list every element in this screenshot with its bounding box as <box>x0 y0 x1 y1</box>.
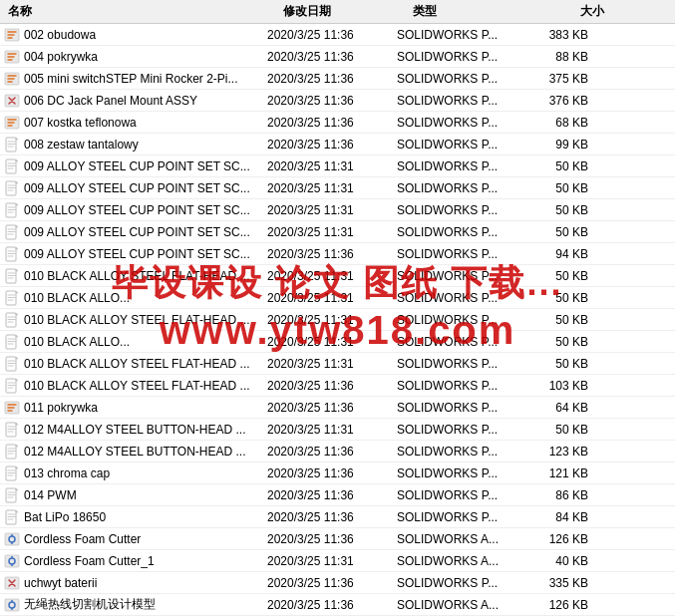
file-icon <box>4 378 20 394</box>
table-row[interactable]: 004 pokrywka 2020/3/25 11:36 SOLIDWORKS … <box>0 46 675 68</box>
file-name-cell: 013 chroma cap <box>4 465 267 481</box>
svg-rect-9 <box>6 225 16 239</box>
file-date: 2020/3/25 11:31 <box>267 313 397 327</box>
table-row[interactable]: 006 DC Jack Panel Mount ASSY 2020/3/25 1… <box>0 90 675 112</box>
table-row[interactable]: 无绳热线切割机设计模型 2020/3/25 11:36 SOLIDWORKS A… <box>0 594 675 616</box>
file-icon <box>4 268 20 284</box>
file-date: 2020/3/25 11:36 <box>267 466 397 480</box>
file-icon <box>4 356 20 372</box>
file-icon <box>4 158 20 174</box>
file-name-text: 012 M4ALLOY STEEL BUTTON-HEAD ... <box>24 445 246 459</box>
file-date: 2020/3/25 11:36 <box>267 138 397 152</box>
file-size: 121 KB <box>536 466 596 480</box>
file-name-text: 014 PWM <box>24 488 77 502</box>
table-row[interactable]: 014 PWM 2020/3/25 11:36 SOLIDWORKS P... … <box>0 484 675 506</box>
file-size: 50 KB <box>536 203 596 217</box>
table-row[interactable]: 013 chroma cap 2020/3/25 11:36 SOLIDWORK… <box>0 462 675 484</box>
file-type: SOLIDWORKS P... <box>397 313 536 327</box>
file-name-cell: 010 BLACK ALLOY STEEL FLAT-HEAD ... <box>4 356 267 372</box>
file-name-text: uchwyt baterii <box>24 576 97 590</box>
file-icon <box>4 71 20 87</box>
file-size: 50 KB <box>536 159 596 173</box>
file-size: 376 KB <box>536 94 596 108</box>
file-name-text: Cordless Foam Cutter <box>24 532 141 546</box>
file-name-text: 009 ALLOY STEEL CUP POINT SET SC... <box>24 159 250 173</box>
file-type: SOLIDWORKS P... <box>397 50 536 64</box>
file-type: SOLIDWORKS A... <box>397 532 536 546</box>
table-row[interactable]: uchwyt baterii 2020/3/25 11:36 SOLIDWORK… <box>0 572 675 594</box>
file-type: SOLIDWORKS P... <box>397 510 536 524</box>
svg-rect-11 <box>6 269 16 283</box>
col-header-date[interactable]: 修改日期 <box>283 3 413 20</box>
file-date: 2020/3/25 11:36 <box>267 510 397 524</box>
file-name-cell: 009 ALLOY STEEL CUP POINT SET SC... <box>4 246 267 262</box>
svg-rect-19 <box>6 445 16 459</box>
file-name-cell: 010 BLACK ALLOY STEEL FLAT-HEAD ... <box>4 378 267 394</box>
file-date: 2020/3/25 11:36 <box>267 72 397 86</box>
table-row[interactable]: 008 zestaw tantalowy 2020/3/25 11:36 SOL… <box>0 134 675 155</box>
file-name-cell: 002 obudowa <box>4 27 267 43</box>
table-row[interactable]: 009 ALLOY STEEL CUP POINT SET SC... 2020… <box>0 243 675 265</box>
table-row[interactable]: 002 obudowa 2020/3/25 11:36 SOLIDWORKS P… <box>0 24 675 46</box>
svg-rect-7 <box>6 181 16 195</box>
file-size: 123 KB <box>536 445 596 459</box>
file-name-cell: 014 PWM <box>4 487 267 503</box>
table-row[interactable]: 010 BLACK ALLOY STEEL FLAT-HEAD ... 2020… <box>0 265 675 287</box>
file-name-cell: 009 ALLOY STEEL CUP POINT SET SC... <box>4 224 267 240</box>
file-name-cell: 008 zestaw tantalowy <box>4 137 267 153</box>
file-size: 68 KB <box>536 116 596 130</box>
file-size: 126 KB <box>536 598 596 612</box>
table-row[interactable]: 009 ALLOY STEEL CUP POINT SET SC... 2020… <box>0 199 675 221</box>
file-date: 2020/3/25 11:31 <box>267 335 397 349</box>
file-name-text: 009 ALLOY STEEL CUP POINT SET SC... <box>24 247 250 261</box>
file-date: 2020/3/25 11:31 <box>267 423 397 437</box>
file-icon <box>4 465 20 481</box>
file-type: SOLIDWORKS P... <box>397 576 536 590</box>
file-date: 2020/3/25 11:36 <box>267 488 397 502</box>
svg-rect-16 <box>6 379 16 393</box>
file-size: 88 KB <box>536 50 596 64</box>
file-type: SOLIDWORKS P... <box>397 138 536 152</box>
svg-rect-22 <box>6 510 16 524</box>
table-row[interactable]: 009 ALLOY STEEL CUP POINT SET SC... 2020… <box>0 177 675 199</box>
table-row[interactable]: 010 BLACK ALLO... 2020/3/25 11:31 SOLIDW… <box>0 287 675 309</box>
file-type: SOLIDWORKS P... <box>397 445 536 459</box>
table-row[interactable]: 010 BLACK ALLOY STEEL FLAT-HEAD ... 2020… <box>0 375 675 397</box>
table-row[interactable]: 012 M4ALLOY STEEL BUTTON-HEAD ... 2020/3… <box>0 419 675 441</box>
file-icon <box>4 509 20 525</box>
file-icon <box>4 290 20 306</box>
file-size: 50 KB <box>536 269 596 283</box>
table-row[interactable]: 009 ALLOY STEEL CUP POINT SET SC... 2020… <box>0 155 675 177</box>
file-name-cell: uchwyt baterii <box>4 575 267 591</box>
table-row[interactable]: 011 pokrywka 2020/3/25 11:36 SOLIDWORKS … <box>0 397 675 419</box>
file-icon <box>4 312 20 328</box>
file-type: SOLIDWORKS P... <box>397 466 536 480</box>
file-name-text: 010 BLACK ALLOY STEEL FLAT-HEAD ... <box>24 313 250 327</box>
table-row[interactable]: 007 kostka teflonowa 2020/3/25 11:36 SOL… <box>0 112 675 134</box>
col-header-name[interactable]: 名称 <box>4 3 283 20</box>
table-row[interactable]: Cordless Foam Cutter_1 2020/3/25 11:31 S… <box>0 550 675 572</box>
table-row[interactable]: 010 BLACK ALLO... 2020/3/25 11:31 SOLIDW… <box>0 331 675 353</box>
table-row[interactable]: 010 BLACK ALLOY STEEL FLAT-HEAD ... 2020… <box>0 309 675 331</box>
file-date: 2020/3/25 11:31 <box>267 357 397 371</box>
table-row[interactable]: 012 M4ALLOY STEEL BUTTON-HEAD ... 2020/3… <box>0 441 675 462</box>
file-name-text: 007 kostka teflonowa <box>24 116 137 130</box>
svg-rect-20 <box>6 466 16 480</box>
file-date: 2020/3/25 11:36 <box>267 532 397 546</box>
file-size: 335 KB <box>536 576 596 590</box>
file-size: 94 KB <box>536 247 596 261</box>
table-row[interactable]: Cordless Foam Cutter 2020/3/25 11:36 SOL… <box>0 528 675 550</box>
file-date: 2020/3/25 11:36 <box>267 379 397 393</box>
col-header-size[interactable]: 大小 <box>552 3 612 20</box>
file-icon <box>4 400 20 416</box>
file-name-text: 无绳热线切割机设计模型 <box>24 596 156 613</box>
svg-rect-14 <box>6 335 16 349</box>
table-row[interactable]: 009 ALLOY STEEL CUP POINT SET SC... 2020… <box>0 221 675 243</box>
table-row[interactable]: 005 mini switchSTEP Mini Rocker 2-Pi... … <box>0 68 675 90</box>
file-name-text: 009 ALLOY STEEL CUP POINT SET SC... <box>24 181 250 195</box>
file-type: SOLIDWORKS P... <box>397 269 536 283</box>
table-row[interactable]: Bat LiPo 18650 2020/3/25 11:36 SOLIDWORK… <box>0 506 675 528</box>
table-row[interactable]: 010 BLACK ALLOY STEEL FLAT-HEAD ... 2020… <box>0 353 675 375</box>
col-header-type[interactable]: 类型 <box>413 3 552 20</box>
svg-rect-6 <box>6 159 16 173</box>
